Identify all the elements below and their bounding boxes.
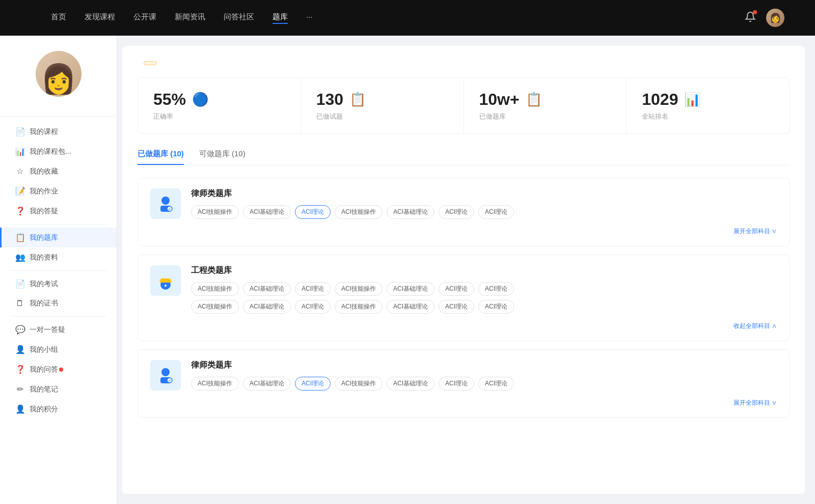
sidebar-icon: 👤 — [15, 404, 24, 414]
stat-item: 10w+ 📋 已做题库 — [464, 78, 627, 133]
sidebar-icon: 📊 — [15, 147, 24, 156]
bank-title-area: 律师类题库ACI技能操作ACI基础理论ACI理论ACI技能操作ACI基础理论AC… — [191, 188, 777, 219]
sidebar-icon: 📝 — [15, 186, 24, 196]
stat-top: 10w+ 📋 — [479, 90, 611, 109]
stat-icon: 📋 — [526, 92, 542, 107]
tags-row: ACI技能操作ACI基础理论ACI理论ACI技能操作ACI基础理论ACI理论AC… — [191, 282, 777, 296]
sidebar-item-我的问答[interactable]: ❓我的问答 — [0, 359, 117, 379]
sidebar-item-我的积分[interactable]: 👤我的积分 — [0, 399, 117, 419]
tag[interactable]: ACI技能操作 — [335, 205, 383, 219]
sidebar-label: 我的积分 — [30, 405, 58, 414]
nav-item-问答社区[interactable]: 问答社区 — [224, 12, 254, 24]
bank-title: 工程类题库 — [191, 265, 777, 276]
tag[interactable]: ACI基础理论 — [387, 205, 434, 219]
sidebar-icon: ❓ — [15, 365, 24, 374]
tag[interactable]: ACI基础理论 — [387, 282, 434, 296]
tag[interactable]: ACI理论 — [478, 205, 514, 219]
tag[interactable]: ACI理论 — [295, 300, 331, 314]
svg-rect-6 — [159, 281, 172, 283]
stat-value: 1029 — [642, 90, 678, 109]
sidebar-item-我的证书[interactable]: 🗒我的证书 — [0, 294, 117, 313]
svg-point-8 — [161, 368, 170, 376]
tag[interactable]: ACI技能操作 — [335, 282, 383, 296]
tag[interactable]: ACI理论 — [439, 205, 474, 219]
tag[interactable]: ACI理论 — [478, 377, 514, 390]
sidebar-item-我的课程[interactable]: 📄我的课程 — [0, 122, 117, 142]
main-content: 55% 🔵 正确率 130 📋 已做试题 10w+ 📋 已做题库 1029 📊 … — [122, 46, 805, 494]
expand-link[interactable]: 展开全部科目 ∨ — [150, 399, 777, 407]
tags-row: ACI技能操作ACI基础理论ACI理论ACI技能操作ACI基础理论ACI理论AC… — [191, 377, 777, 390]
stat-value: 130 — [316, 90, 343, 109]
tab-可做题库 (10)[interactable]: 可做题库 (10) — [199, 149, 246, 165]
tag[interactable]: ACI技能操作 — [191, 282, 239, 296]
avatar[interactable]: 👩 — [766, 9, 784, 27]
bank-card: ✓律师类题库ACI技能操作ACI基础理论ACI理论ACI技能操作ACI基础理论A… — [138, 349, 790, 418]
bank-icon: ✓ — [150, 188, 181, 219]
nav-item-首页[interactable]: 首页 — [51, 12, 66, 24]
bank-title: 律师类题库 — [191, 188, 777, 199]
stat-icon: 📋 — [349, 92, 366, 107]
collapse-link[interactable]: 收起全部科目 ∧ — [150, 322, 777, 330]
sidebar: 👩 📄我的课程📊我的课程包...☆我的收藏📝我的作业❓我的答疑📋我的题库👥我的资… — [0, 36, 117, 504]
sidebar-item-我的资料[interactable]: 👥我的资料 — [0, 247, 117, 267]
stat-icon: 📊 — [684, 92, 700, 107]
tags-row: ACI技能操作ACI基础理论ACI理论ACI技能操作ACI基础理论ACI理论AC… — [191, 205, 777, 219]
sidebar-item-我的收藏[interactable]: ☆我的收藏 — [0, 161, 117, 181]
tag[interactable]: ACI技能操作 — [335, 300, 383, 314]
menu-badge-dot — [59, 368, 63, 372]
sidebar-label: 我的小组 — [30, 345, 58, 354]
nav-item-发现课程[interactable]: 发现课程 — [85, 12, 115, 24]
nav-item-题库[interactable]: 题库 — [273, 12, 288, 24]
tag[interactable]: ACI基础理论 — [243, 300, 291, 314]
sidebar-item-我的考试[interactable]: 📄我的考试 — [0, 274, 117, 294]
tag[interactable]: ACI技能操作 — [191, 205, 239, 219]
tag[interactable]: ACI理论 — [478, 300, 514, 314]
tag[interactable]: ACI基础理论 — [243, 377, 291, 390]
tag[interactable]: ACI技能操作 — [191, 300, 239, 314]
svg-text:✓: ✓ — [168, 379, 171, 382]
tag[interactable]: ACI理论 — [478, 282, 514, 296]
notification-dot — [753, 10, 757, 14]
tag[interactable]: ACI理论 — [295, 282, 331, 296]
tag[interactable]: ACI理论 — [439, 282, 474, 296]
sidebar-item-我的笔记[interactable]: ✏我的笔记 — [0, 379, 117, 399]
sidebar-icon: ☆ — [15, 166, 24, 176]
tag[interactable]: ACI理论 — [295, 205, 331, 219]
tag[interactable]: ACI理论 — [439, 300, 474, 314]
bank-icon — [150, 265, 181, 296]
nav-item-公开课[interactable]: 公开课 — [133, 12, 156, 24]
sidebar-icon: 📄 — [15, 127, 24, 136]
sidebar-item-我的小组[interactable]: 👤我的小组 — [0, 340, 117, 359]
sidebar-item-我的答疑[interactable]: ❓我的答疑 — [0, 201, 117, 221]
tag[interactable]: ACI基础理论 — [387, 300, 434, 314]
stats-row: 55% 🔵 正确率 130 📋 已做试题 10w+ 📋 已做题库 1029 📊 … — [138, 77, 790, 134]
nav-item-···[interactable]: ··· — [306, 12, 313, 24]
tag[interactable]: ACI基础理论 — [243, 205, 291, 219]
tag[interactable]: ACI理论 — [439, 377, 474, 390]
tag[interactable]: ACI基础理论 — [387, 377, 434, 390]
sidebar-profile: 👩 — [0, 51, 117, 117]
sidebar-icon: 💬 — [15, 325, 24, 334]
tag[interactable]: ACI技能操作 — [335, 377, 383, 390]
sidebar-item-我的作业[interactable]: 📝我的作业 — [0, 181, 117, 201]
tag[interactable]: ACI理论 — [295, 377, 331, 390]
sidebar-label: 我的收藏 — [30, 167, 58, 176]
avatar-image: 👩 — [766, 9, 784, 27]
sidebar-label: 我的资料 — [30, 253, 58, 262]
expand-link[interactable]: 展开全部科目 ∨ — [150, 227, 777, 236]
notification-bell[interactable] — [745, 11, 756, 24]
page-header — [138, 61, 790, 65]
tag[interactable]: ACI基础理论 — [243, 282, 291, 296]
sidebar-item-我的题库[interactable]: 📋我的题库 — [0, 228, 117, 247]
tab-已做题库 (10)[interactable]: 已做题库 (10) — [138, 149, 184, 165]
sidebar-label: 我的作业 — [30, 187, 58, 196]
tag[interactable]: ACI技能操作 — [191, 377, 239, 390]
bank-card-header: 工程类题库ACI技能操作ACI基础理论ACI理论ACI技能操作ACI基础理论AC… — [150, 265, 777, 314]
stat-top: 130 📋 — [316, 90, 448, 109]
sidebar-item-我的课程包...[interactable]: 📊我的课程包... — [0, 142, 117, 161]
nav-item-新闻资讯[interactable]: 新闻资讯 — [175, 12, 205, 24]
sidebar-item-一对一答疑[interactable]: 💬一对一答疑 — [0, 320, 117, 340]
sidebar-icon: ✏ — [15, 384, 24, 394]
stat-label: 全站排名 — [642, 112, 774, 121]
sidebar-divider — [10, 270, 106, 271]
